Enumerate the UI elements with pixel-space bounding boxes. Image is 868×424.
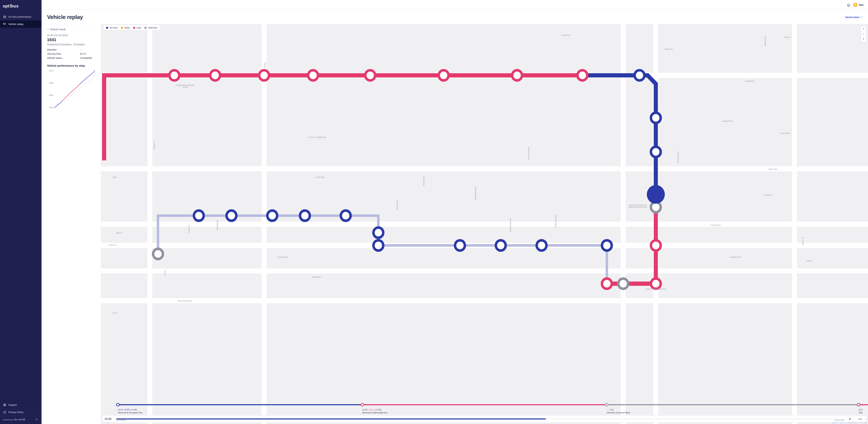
svg-point-74 — [496, 240, 505, 250]
svg-point-19 — [63, 99, 64, 100]
svg-point-43 — [93, 72, 94, 73]
main: D Dan Vehicle replay Saved views Search … — [42, 0, 868, 424]
svg-point-71 — [602, 278, 612, 289]
svg-text:18:30: 18:30 — [49, 107, 53, 109]
svg-point-81 — [226, 211, 236, 221]
svg-point-80 — [267, 211, 277, 221]
back-button[interactable]: Search result — [47, 28, 96, 31]
saved-views-dropdown[interactable]: Saved views — [845, 16, 863, 19]
svg-point-69 — [651, 278, 661, 289]
svg-point-83 — [153, 249, 163, 259]
page-title: Vehicle replay — [47, 14, 83, 20]
legend-item-unknown: Unknown — [145, 26, 157, 29]
brand-logo: optibus — [0, 0, 41, 13]
chevron-left-icon — [47, 28, 49, 31]
svg-point-68 — [651, 240, 661, 250]
svg-point-15 — [60, 103, 60, 104]
privacy-link[interactable]: Privacy Policy — [0, 408, 41, 416]
svg-point-65 — [651, 113, 661, 123]
svg-point-29 — [76, 87, 77, 88]
svg-point-11 — [54, 107, 55, 108]
playback-current-time: 11:01 — [104, 417, 114, 421]
topbar: D Dan — [42, 0, 868, 10]
timeline-stop-node[interactable] — [361, 403, 364, 406]
sidebar-item-on-time-performance[interactable]: On-time performance — [0, 13, 41, 21]
svg-text:opt: opt — [3, 4, 9, 8]
map[interactable]: Tracy Sts Feliz BlvdFinley AveHillhurst … — [101, 24, 868, 424]
back-label: Search result — [50, 28, 65, 31]
play-button[interactable] — [847, 416, 854, 422]
timeline-stop: 10:5410:59(+4:58)Vermont & Prospect Ave. — [118, 408, 362, 414]
timeline-stop: - -(+0)Vermont & Sunset Blvd. — [607, 408, 859, 414]
svg-point-6 — [4, 404, 5, 405]
svg-point-36 — [84, 80, 85, 81]
playback-bar: 11:01 19 Jul 10:29 19 Jul 11:23 10x — [102, 415, 866, 423]
notifications-button[interactable] — [847, 3, 850, 7]
svg-point-18 — [62, 100, 63, 101]
timeline-stop-node[interactable] — [857, 403, 860, 406]
vehicle-id: 1641 — [47, 37, 96, 42]
timeline-stop-node[interactable] — [116, 403, 120, 406]
legend-item-ontime: On-time — [106, 26, 118, 29]
timeline-stop-node[interactable] — [605, 403, 608, 406]
timeline-track[interactable] — [102, 403, 866, 407]
avatar: D — [854, 3, 857, 7]
svg-point-21 — [66, 96, 67, 97]
calendar-check-icon — [3, 15, 6, 19]
svg-point-3 — [10, 4, 11, 5]
map-zoom-controls: + − — [861, 26, 866, 42]
timeline: 10:5410:59(+4:58)Vermont & Prospect Ave.… — [102, 403, 866, 414]
svg-point-16 — [61, 102, 61, 102]
sidebar-item-vehicle-replay[interactable]: Vehicle replay — [0, 21, 41, 28]
content: Search result 10:30 (19 Jul 2022) 1641 H… — [42, 24, 868, 424]
sidebar-footer: Support Privacy Policy — [0, 401, 41, 416]
svg-point-30 — [78, 86, 78, 86]
svg-point-66 — [651, 147, 661, 157]
svg-point-32 — [79, 84, 80, 85]
legend-label: On-time — [110, 26, 118, 29]
replay-icon — [3, 23, 6, 26]
svg-point-28 — [75, 88, 76, 89]
playback-speed[interactable]: 10x — [856, 416, 864, 422]
svg-point-77 — [373, 228, 383, 238]
user-menu[interactable]: D Dan — [854, 3, 864, 7]
svg-point-58 — [259, 70, 269, 81]
svg-rect-4 — [3, 16, 6, 18]
sidebar-item-label: Vehicle replay — [8, 23, 24, 26]
info-value: 52:17 — [80, 53, 86, 55]
svg-point-61 — [439, 70, 448, 81]
timeline-stops: 10:5410:59(+4:58)Vermont & Prospect Ave.… — [102, 408, 866, 414]
powered-prefix: powered by — [3, 419, 13, 421]
svg-point-37 — [85, 79, 86, 79]
svg-point-84 — [647, 185, 665, 204]
sidebar-collapse-button[interactable] — [35, 418, 38, 421]
legend-dot-icon — [145, 27, 147, 29]
svg-point-41 — [90, 74, 91, 75]
reset-bearing-button[interactable] — [861, 37, 866, 42]
svg-point-20 — [65, 98, 65, 98]
svg-point-73 — [536, 240, 546, 250]
svg-point-33 — [80, 83, 81, 84]
playback-slider[interactable]: 19 Jul 10:29 19 Jul 11:23 — [116, 417, 844, 421]
info-value: Completed — [80, 57, 92, 59]
svg-point-82 — [194, 211, 204, 221]
detail-panel: Search result 10:30 (19 Jul 2022) 1641 H… — [42, 24, 101, 424]
svg-point-60 — [365, 70, 375, 81]
sidebar-nav: On-time performance Vehicle replay — [0, 13, 41, 28]
support-link[interactable]: Support — [0, 401, 41, 408]
playback-range-start: 19 Jul 10:29 — [116, 419, 126, 421]
map-legend: On-time Early Late Unknown — [104, 25, 160, 30]
info-row-journey-time: Journey time52:17 — [47, 53, 96, 55]
svg-point-44 — [94, 70, 95, 71]
svg-text:bus: bus — [11, 4, 19, 8]
svg-point-76 — [373, 240, 383, 250]
legend-item-early: Early — [121, 26, 130, 29]
svg-point-78 — [341, 211, 350, 221]
zoom-in-button[interactable]: + — [861, 26, 866, 31]
timeline-stop: 10:5511:01(+6:29)Vermont & Barnsdall Ave… — [362, 408, 607, 414]
legend-item-late: Late — [133, 26, 141, 29]
legend-dot-icon — [106, 27, 108, 29]
trip-timestamp: 10:30 (19 Jul 2022) — [47, 34, 96, 37]
zoom-out-button[interactable]: − — [861, 31, 866, 37]
svg-point-40 — [89, 75, 90, 76]
